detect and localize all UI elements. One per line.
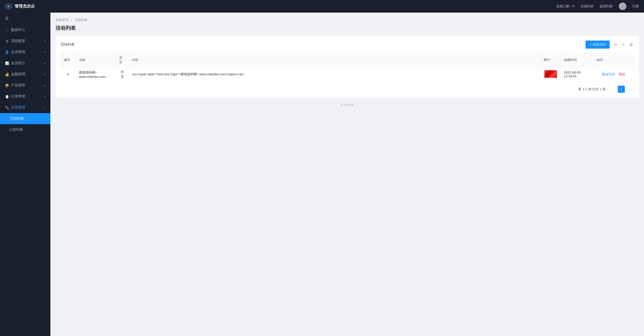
data-center-icon: ○ xyxy=(5,28,9,32)
sidebar-item-product-manage[interactable]: 📦 产品管理 ∨ xyxy=(0,80,50,91)
cell-created-at: 2022-08-05 12:18:02 xyxy=(561,67,594,82)
logo: 管理员后台 xyxy=(5,3,35,10)
sidebar-item-system-config[interactable]: ⚙ 系统配置 ∨ xyxy=(0,36,50,47)
chevron-down-icon: ∨ xyxy=(44,95,45,98)
cell-name: 蜜桃源码网--www.mitaobo.com xyxy=(76,67,116,82)
online-count: 在线人数：0 xyxy=(556,4,574,9)
sidebar-item-data-center[interactable]: ○ 数据中心 xyxy=(0,24,50,36)
menu-toggle[interactable]: ☰ xyxy=(0,13,50,24)
order-manage-icon: 📋 xyxy=(5,95,9,98)
member-manage-icon: 👤 xyxy=(5,50,9,54)
app-title: 管理员后台 xyxy=(15,4,35,9)
sidebar-sub-label: 活动列表 xyxy=(10,116,24,121)
col-header-no: 编号 xyxy=(61,53,76,67)
col-header-name: 名称 xyxy=(76,53,116,67)
sidebar-item-activity-list[interactable]: 活动列表 xyxy=(0,113,50,124)
table-row: 5 蜜桃源码网--www.mitaobo.com 中文 <p><span sty… xyxy=(61,67,634,82)
pagination-prev[interactable]: ‹ xyxy=(609,86,616,93)
breadcrumb-current: 活动列表 xyxy=(74,18,87,22)
member-stats-icon: 📊 xyxy=(5,61,9,65)
system-config-icon: ⚙ xyxy=(5,39,9,43)
header-right: 在线人数：0 充值列表 提现列表 行政 xyxy=(556,3,639,10)
sidebar: ☰ ○ 数据中心 ⚙ 系统配置 ∨ 👤 会员管理 ∨ 📊 会员统计 ∨ 💰 金额… xyxy=(0,13,50,336)
pagination-info: 第 1-1 条/总共 1 条 xyxy=(578,87,606,91)
activity-thumbnail xyxy=(544,70,557,78)
main-content: 其他管理 / 活动列表 活动列表 活动列表 + 添加活动 ↻ ≡ ⚙ 编号 名 xyxy=(50,13,644,336)
pagination: 第 1-1 条/总共 1 条 ‹ 1 › xyxy=(60,86,634,93)
sidebar-item-label: 其他管理 xyxy=(11,105,25,110)
content-card: 活动列表 + 添加活动 ↻ ≡ ⚙ 编号 名称 语言 内容 图片 创建 xyxy=(55,36,639,98)
chevron-down-icon: ∨ xyxy=(44,51,45,54)
withdraw-list-link[interactable]: 提现列表 xyxy=(600,4,613,9)
col-header-image: 图片 xyxy=(541,53,561,67)
settings-icon[interactable]: ⚙ xyxy=(628,41,634,48)
sidebar-item-label: 金额管理 xyxy=(11,72,25,77)
card-title: 活动列表 xyxy=(60,42,75,47)
sidebar-item-order-manage[interactable]: 📋 订单管理 ∨ xyxy=(0,91,50,102)
cell-lang: 中文 xyxy=(116,67,129,82)
pagination-next[interactable]: › xyxy=(627,86,634,93)
chevron-down-icon: ∨ xyxy=(44,73,45,76)
chevron-up-icon: ∧ xyxy=(44,106,45,109)
pagination-page-1[interactable]: 1 xyxy=(618,86,625,93)
sidebar-item-label: 会员管理 xyxy=(11,50,25,54)
header: 管理员后台 在线人数：0 充值列表 提现列表 行政 xyxy=(0,0,644,13)
col-header-action: 操作 xyxy=(594,53,634,67)
card-actions: + 添加活动 ↻ ≡ ⚙ xyxy=(586,41,634,49)
col-header-lang: 语言 xyxy=(116,53,129,67)
breadcrumb-separator: / xyxy=(71,18,73,22)
amount-manage-icon: 💰 xyxy=(5,73,9,76)
chevron-down-icon: ∨ xyxy=(44,62,45,65)
sidebar-item-label: 订单管理 xyxy=(11,94,25,99)
breadcrumb-parent: 其他管理 xyxy=(55,18,69,22)
other-manage-icon: 🔧 xyxy=(5,106,9,110)
logo-icon xyxy=(5,3,12,10)
avatar xyxy=(619,3,626,10)
footer: © 2023年 xyxy=(55,98,639,112)
cell-content: <p><span style="font-size:18px">蜜桃源码网--w… xyxy=(129,67,541,82)
table-header: 编号 名称 语言 内容 图片 创建时间 操作 xyxy=(61,53,634,67)
sidebar-item-other-manage[interactable]: 🔧 其他管理 ∧ xyxy=(0,102,50,113)
sidebar-item-member-manage[interactable]: 👤 会员管理 ∨ xyxy=(0,47,50,58)
delete-activity-link[interactable]: 删除 xyxy=(619,72,625,76)
breadcrumb: 其他管理 / 活动列表 xyxy=(55,18,639,22)
sidebar-item-label: 系统配置 xyxy=(11,39,25,43)
layout: ☰ ○ 数据中心 ⚙ 系统配置 ∨ 👤 会员管理 ∨ 📊 会员统计 ∨ 💰 金额… xyxy=(0,0,644,336)
activity-table: 编号 名称 语言 内容 图片 创建时间 操作 5 蜜桃源码网--www.mita… xyxy=(60,53,634,82)
sidebar-item-label: 会员统计 xyxy=(11,61,25,65)
add-activity-button[interactable]: + 添加活动 xyxy=(586,41,609,49)
page-title: 活动列表 xyxy=(55,25,639,31)
sidebar-item-notice-list[interactable]: 公告列表 xyxy=(0,124,50,135)
col-header-created-at: 创建时间 xyxy=(561,53,594,67)
table-body: 5 蜜桃源码网--www.mitaobo.com 中文 <p><span sty… xyxy=(61,67,634,82)
cell-no: 5 xyxy=(61,67,76,82)
cell-action: 修改活动 删除 xyxy=(594,67,634,82)
user-name: 行政 xyxy=(632,4,639,9)
footer-text: © 2023年 xyxy=(340,103,354,107)
refresh-icon[interactable]: ↻ xyxy=(613,41,618,48)
sidebar-item-label: 数据中心 xyxy=(11,28,25,32)
sidebar-item-member-stats[interactable]: 📊 会员统计 ∨ xyxy=(0,58,50,69)
sidebar-item-label: 产品管理 xyxy=(11,83,25,88)
product-manage-icon: 📦 xyxy=(5,84,9,87)
chevron-down-icon: ∨ xyxy=(44,40,45,43)
sidebar-item-amount-manage[interactable]: 💰 金额管理 ∨ xyxy=(0,69,50,80)
cell-image xyxy=(541,67,561,82)
column-icon[interactable]: ≡ xyxy=(621,41,625,48)
sidebar-sub-label: 公告列表 xyxy=(9,127,23,132)
edit-activity-link[interactable]: 修改活动 xyxy=(602,72,615,76)
recharge-list-link[interactable]: 充值列表 xyxy=(580,4,594,9)
card-header: 活动列表 + 添加活动 ↻ ≡ ⚙ xyxy=(60,41,634,49)
chevron-down-icon: ∨ xyxy=(44,84,45,87)
col-header-content: 内容 xyxy=(129,53,541,67)
